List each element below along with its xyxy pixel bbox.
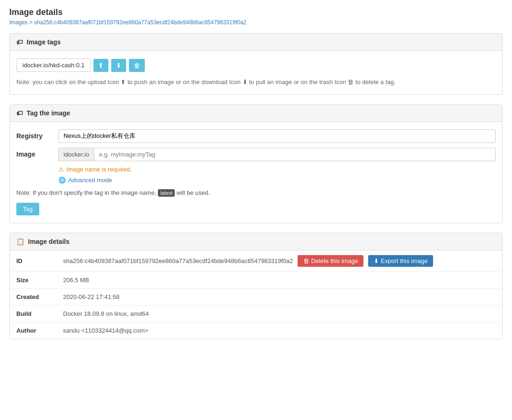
warning-icon: ⚠ (58, 166, 64, 173)
image-input[interactable] (94, 148, 496, 161)
copy-icon: 📋 (16, 238, 24, 245)
image-tags-body: idocker.io/hkd-cash:0.1 ⬆ ⬇ 🗑 Note: you … (10, 51, 502, 94)
tag-image-header: 🏷 Tag the image (10, 105, 502, 122)
registry-input-group (58, 129, 496, 143)
image-row: Image idocker.io (16, 148, 496, 161)
registry-row: Registry (16, 129, 496, 143)
tag-name-label: idocker.io/hkd-cash:0.1 (16, 58, 91, 72)
detail-value-size: 206.5 MB (57, 271, 502, 288)
pull-button[interactable]: ⬇ (111, 59, 126, 72)
latest-badge: latest (158, 189, 175, 197)
breadcrumb-hash: sha256:c4b409387aaf071bf159792ee860a77a5… (34, 19, 246, 26)
image-label: Image (16, 150, 58, 158)
detail-value-author: sandu <1103324414@qq.com> (57, 322, 502, 339)
registry-label: Registry (16, 132, 58, 140)
tag-row: idocker.io/hkd-cash:0.1 ⬆ ⬇ 🗑 (16, 58, 496, 72)
detail-value-created: 2020-06-22 17:41:58 (57, 288, 502, 305)
image-tags-header: 🏷 Image tags (10, 34, 502, 51)
breadcrumb: Images > sha256:c4b409387aaf071bf159792e… (9, 19, 503, 26)
tags-note: Note: you can click on the upload Icon ⬆… (16, 78, 496, 87)
tag-note: Note: If you don't specify the tag in th… (16, 189, 496, 196)
export-image-button[interactable]: ⬇ Export this image (368, 255, 433, 267)
details-row-created: Created2020-06-22 17:41:58 (10, 288, 502, 305)
details-row-id: IDsha256:c4b409387aaf071bf159792ee860a77… (10, 250, 502, 272)
detail-label-size: Size (10, 271, 57, 288)
details-row-build: BuildDocker 18.09.8 on linux, amd64 (10, 305, 502, 322)
image-input-group: idocker.io (58, 148, 496, 161)
image-details-section: 📋 Image details IDsha256:c4b409387aaf071… (9, 233, 503, 339)
detail-value-build: Docker 18.09.8 on linux, amd64 (57, 305, 502, 322)
globe-icon: 🌐 (58, 177, 66, 184)
detail-label-author: Author (10, 322, 57, 339)
details-row-author: Authorsandu <1103324414@qq.com> (10, 322, 502, 339)
tag-image-body: Registry Image idocker.io ⚠ Image name i… (10, 122, 502, 223)
tag-image-icon: 🏷 (16, 109, 23, 117)
detail-id-cell: sha256:c4b409387aaf071bf159792ee860a77a5… (57, 250, 502, 271)
details-table: IDsha256:c4b409387aaf071bf159792ee860a77… (10, 250, 502, 339)
image-prefix: idocker.io (58, 148, 94, 161)
tag-image-section: 🏷 Tag the image Registry Image idocker.i… (9, 104, 503, 223)
image-tags-section: 🏷 Image tags idocker.io/hkd-cash:0.1 ⬆ ⬇… (9, 33, 503, 95)
detail-label-id: ID (10, 250, 57, 272)
image-id-value: sha256:c4b409387aaf071bf159792ee860a77a5… (63, 257, 293, 264)
image-details-header: 📋 Image details (10, 233, 502, 250)
delete-image-button[interactable]: 🗑 Delete this image (298, 255, 363, 267)
delete-tag-button[interactable]: 🗑 (129, 59, 145, 72)
advanced-mode-link[interactable]: 🌐 Advanced mode (58, 177, 496, 184)
tag-button[interactable]: Tag (16, 203, 39, 215)
registry-input[interactable] (58, 129, 496, 143)
details-row-size: Size206.5 MB (10, 271, 502, 288)
detail-label-build: Build (10, 305, 57, 322)
page-title: Image details (9, 7, 503, 17)
push-button[interactable]: ⬆ (93, 59, 108, 72)
breadcrumb-images-link[interactable]: Images (9, 19, 28, 26)
detail-label-created: Created (10, 288, 57, 305)
tag-icon: 🏷 (16, 38, 23, 46)
image-name-error: ⚠ Image name is required. (58, 166, 496, 173)
